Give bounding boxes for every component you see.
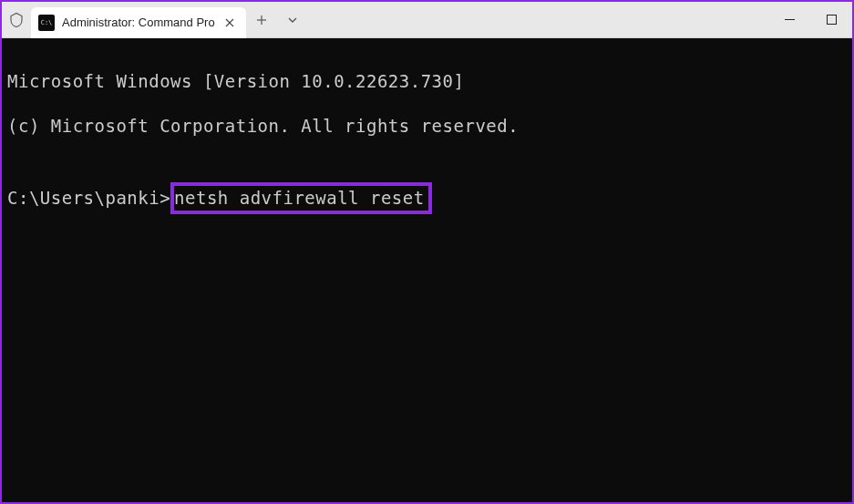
shield-icon [2, 12, 31, 28]
tab-title: Administrator: Command Pro [62, 15, 215, 29]
terminal-output[interactable]: Microsoft Windows [Version 10.0.22623.73… [2, 38, 852, 502]
command-input[interactable]: netsh advfirewall reset [170, 182, 432, 214]
minimize-button[interactable] [768, 2, 810, 38]
tab-dropdown-button[interactable] [277, 2, 308, 38]
new-tab-button[interactable] [246, 2, 277, 38]
tab-actions [246, 2, 308, 38]
terminal-line: (c) Microsoft Corporation. All rights re… [7, 115, 847, 138]
terminal-line: Microsoft Windows [Version 10.0.22623.73… [7, 70, 847, 93]
prompt: C:\Users\panki> [7, 188, 170, 208]
maximize-button[interactable] [810, 2, 852, 38]
cmd-icon: C:\ [38, 15, 55, 31]
window-controls [768, 2, 852, 38]
close-tab-button[interactable] [222, 15, 237, 30]
svg-rect-5 [827, 15, 836, 25]
active-tab[interactable]: C:\ Administrator: Command Pro [31, 7, 246, 38]
titlebar: C:\ Administrator: Command Pro [2, 2, 852, 38]
